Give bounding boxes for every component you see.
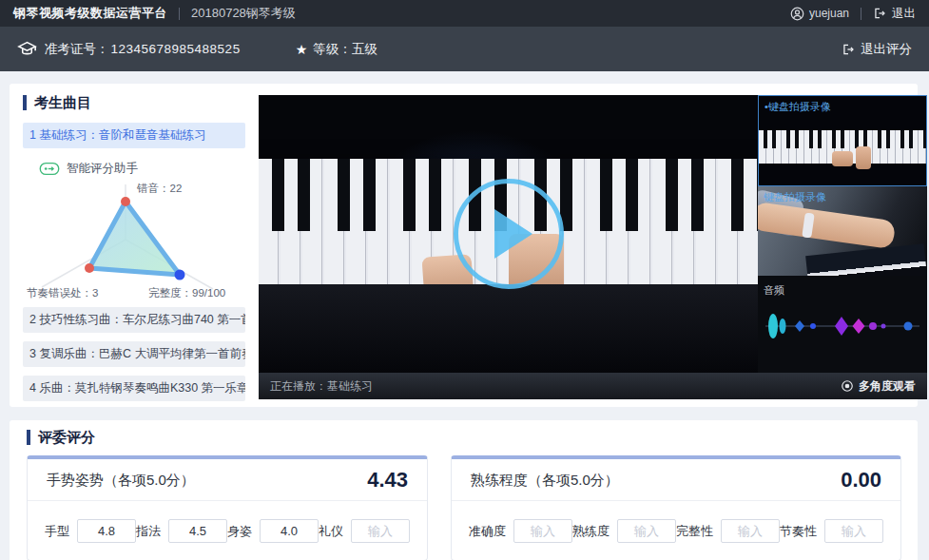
smart-scoring-icon <box>39 162 60 176</box>
username[interactable]: yuejuan <box>809 7 849 20</box>
multi-angle-button[interactable]: 多角度观看 <box>841 378 916 395</box>
proficiency-input[interactable] <box>617 519 676 543</box>
scoring-section-title: 评委评分 <box>27 430 900 445</box>
logout-icon <box>842 43 855 56</box>
song-item-1[interactable]: 1 基础练习：音阶和琶音基础练习 <box>23 123 245 148</box>
field-label: 完整性 <box>676 523 713 540</box>
radar-dot-rhythm <box>85 263 94 273</box>
radar-dot-completeness <box>175 270 185 280</box>
radar-label-completeness: 完整度：99/100 <box>148 287 225 299</box>
arm-image <box>758 202 896 250</box>
play-icon <box>494 209 532 259</box>
keyboard-reflection <box>259 284 758 373</box>
score-card-title: 手势姿势（各项5.0分） <box>47 472 195 490</box>
repertoire-section-title: 考生曲目 <box>23 95 245 110</box>
now-playing-text: 正在播放：基础练习 <box>270 378 373 395</box>
divider <box>861 8 861 20</box>
audio-track-panel[interactable]: 音频 <box>758 276 927 373</box>
angle-thumbnails: •键盘拍摄录像 键盘拍摄录像 音频 <box>758 95 927 373</box>
score-card-total: 0.00 <box>841 468 881 492</box>
song-item-2[interactable]: 2 技巧性练习曲：车尔尼练习曲740 第一首 <box>23 307 245 333</box>
divider <box>179 8 180 20</box>
score-field-fingering: 指法 <box>136 519 227 543</box>
score-card-total: 4.43 <box>367 468 408 492</box>
score-field-completeness: 完整性 <box>676 519 780 543</box>
field-label: 节奏性 <box>780 523 817 540</box>
field-label: 手型 <box>45 523 69 540</box>
thumbnail-hand-image <box>856 146 871 169</box>
hand-shape-input[interactable] <box>77 519 136 543</box>
session-title: 20180728钢琴考级 <box>191 5 296 22</box>
level-label: 等级： <box>313 41 352 58</box>
score-card-title: 熟练程度（各项5.0分） <box>471 472 619 490</box>
user-icon <box>790 7 804 21</box>
field-label: 熟练度 <box>572 523 610 540</box>
body-posture-input[interactable] <box>260 519 319 543</box>
score-card-proficiency: 熟练程度（各项5.0分） 0.00 准确度 熟练度 完整性 节奏性 <box>451 455 901 560</box>
score-field-accuracy: 准确度 <box>469 519 572 543</box>
top-bar: 钢琴视频考级数据运营平台 20180728钢琴考级 yuejuan 退出 <box>0 0 929 27</box>
thumbnail-keyboard-side[interactable]: 键盘拍摄录像 <box>758 186 927 276</box>
score-field-hand-shape: 手型 <box>45 519 136 543</box>
accuracy-input[interactable] <box>513 519 572 543</box>
ticket-label: 准考证号： <box>45 41 109 58</box>
radar-polygon <box>89 202 180 275</box>
score-field-etiquette: 礼仪 <box>319 519 410 543</box>
radar-label-rhythm: 节奏错误处：3 <box>27 287 98 299</box>
level-value: 五级 <box>352 41 377 58</box>
exit-scoring-button[interactable]: 退出评分 <box>842 41 912 58</box>
graduation-cap-icon <box>17 40 37 58</box>
multi-angle-label: 多角度观看 <box>859 378 916 395</box>
rhythm-input[interactable] <box>824 519 883 543</box>
etiquette-input[interactable] <box>351 519 410 543</box>
score-field-proficiency: 熟练度 <box>572 519 676 543</box>
piano-edge-image <box>806 243 927 276</box>
completeness-input[interactable] <box>721 519 780 543</box>
app-title: 钢琴视频考级数据运营平台 <box>13 5 167 22</box>
star-icon: ★ <box>296 42 308 57</box>
exit-scoring-label: 退出评分 <box>861 41 912 58</box>
song-item-4[interactable]: 4 乐曲：莫扎特钢琴奏鸣曲K330 第一乐章 <box>23 376 245 401</box>
logout-icon[interactable] <box>873 7 886 20</box>
audio-label: 音频 <box>758 276 927 298</box>
ai-assistant-label: 智能评分助手 <box>67 161 138 177</box>
thumbnail-hand-image <box>832 151 853 166</box>
field-label: 准确度 <box>469 523 506 540</box>
player-status-bar: 正在播放：基础练习 多角度观看 <box>259 373 927 399</box>
thumbnail-label: •键盘拍摄录像 <box>764 100 831 114</box>
score-card-posture: 手势姿势（各项5.0分） 4.43 手型 指法 身姿 礼仪 <box>27 455 428 560</box>
eye-icon <box>841 379 854 393</box>
repertoire-panel: 考生曲目 1 基础练习：音阶和琶音基础练习 智能评分助手 <box>23 95 245 399</box>
field-label: 身姿 <box>227 523 252 540</box>
audio-waveform <box>758 298 927 353</box>
field-label: 礼仪 <box>319 523 343 540</box>
main-video-frame[interactable] <box>259 95 758 373</box>
radar-dot-wrong-notes <box>121 197 130 206</box>
thumbnail-keyboard-top[interactable]: •键盘拍摄录像 <box>758 95 927 186</box>
exam-main-card: 考生曲目 1 基础练习：音阶和琶音基础练习 智能评分助手 <box>10 84 918 407</box>
score-field-body-posture: 身姿 <box>227 519 319 543</box>
video-player: •键盘拍摄录像 键盘拍摄录像 音频 <box>259 95 927 399</box>
field-label: 指法 <box>136 523 161 540</box>
judge-scoring-section: 评委评分 手势姿势（各项5.0分） 4.43 手型 指法 身姿 <box>10 420 918 560</box>
fingering-input[interactable] <box>168 519 227 543</box>
ai-assistant-row: 智能评分助手 <box>32 161 245 177</box>
radar-label-wrong-notes: 错音：22 <box>136 183 182 194</box>
play-button[interactable] <box>454 179 564 289</box>
score-field-rhythm: 节奏性 <box>780 519 883 543</box>
logout-button[interactable]: 退出 <box>892 6 916 22</box>
song-item-3[interactable]: 3 复调乐曲：巴赫C 大调平均律第一首前奏曲 <box>23 341 245 367</box>
exam-info-bar: 准考证号： 12345678985488525 ★ 等级： 五级 退出评分 <box>0 27 929 71</box>
ticket-number: 12345678985488525 <box>111 42 241 56</box>
radar-chart: 错音：22 节奏错误处：3 完整度：99/100 <box>23 177 236 299</box>
thumbnail-label: 键盘拍摄录像 <box>764 190 826 204</box>
